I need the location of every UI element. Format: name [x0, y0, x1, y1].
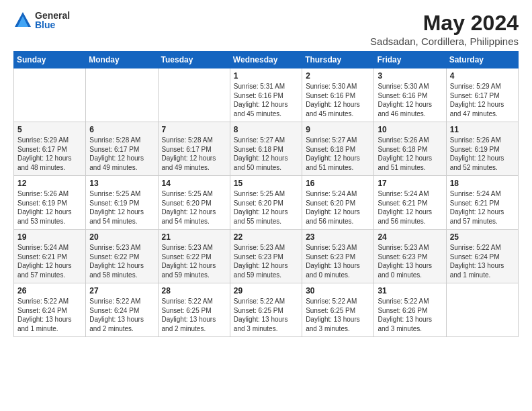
day-number: 10 — [378, 125, 443, 134]
header-day: Friday — [374, 52, 446, 68]
subtitle: Sadsadan, Cordillera, Philippines — [370, 36, 519, 47]
day-number: 3 — [378, 71, 443, 81]
header: General Blue May 2024 Sadsadan, Cordille… — [13, 11, 519, 47]
calendar-cell: 6Sunrise: 5:28 AM Sunset: 6:17 PM Daylig… — [86, 122, 158, 176]
title-block: May 2024 Sadsadan, Cordillera, Philippin… — [370, 11, 519, 47]
day-number: 24 — [378, 232, 443, 242]
cell-content: Sunrise: 5:28 AM Sunset: 6:17 PM Dayligh… — [89, 136, 154, 172]
header-row: SundayMondayTuesdayWednesdayThursdayFrid… — [14, 52, 519, 68]
cell-content: Sunrise: 5:23 AM Sunset: 6:22 PM Dayligh… — [162, 243, 227, 279]
cell-content: Sunrise: 5:22 AM Sunset: 6:25 PM Dayligh… — [234, 297, 299, 333]
calendar-cell: 19Sunrise: 5:24 AM Sunset: 6:21 PM Dayli… — [14, 230, 86, 283]
calendar-cell: 13Sunrise: 5:25 AM Sunset: 6:19 PM Dayli… — [86, 176, 158, 230]
cell-content: Sunrise: 5:24 AM Sunset: 6:21 PM Dayligh… — [450, 189, 515, 226]
day-number: 27 — [89, 286, 154, 295]
calendar-cell: 18Sunrise: 5:24 AM Sunset: 6:21 PM Dayli… — [446, 176, 518, 230]
day-number: 9 — [306, 125, 371, 134]
day-number: 30 — [306, 286, 371, 295]
cell-content: Sunrise: 5:25 AM Sunset: 6:20 PM Dayligh… — [162, 189, 227, 226]
calendar-cell — [86, 68, 158, 122]
calendar-cell: 17Sunrise: 5:24 AM Sunset: 6:21 PM Dayli… — [374, 176, 446, 230]
main-title: May 2024 — [370, 11, 519, 36]
day-number: 18 — [450, 179, 515, 188]
header-day: Tuesday — [158, 52, 230, 68]
calendar-table: SundayMondayTuesdayWednesdayThursdayFrid… — [13, 51, 519, 337]
cell-content: Sunrise: 5:23 AM Sunset: 6:23 PM Dayligh… — [378, 243, 443, 279]
cell-content: Sunrise: 5:26 AM Sunset: 6:18 PM Dayligh… — [378, 136, 443, 172]
cell-content: Sunrise: 5:29 AM Sunset: 6:17 PM Dayligh… — [17, 136, 83, 172]
day-number: 5 — [17, 125, 83, 134]
cell-content: Sunrise: 5:27 AM Sunset: 6:18 PM Dayligh… — [234, 136, 299, 172]
day-number: 20 — [89, 232, 154, 242]
cell-content: Sunrise: 5:30 AM Sunset: 6:16 PM Dayligh… — [306, 82, 371, 118]
calendar-cell: 30Sunrise: 5:22 AM Sunset: 6:25 PM Dayli… — [302, 283, 374, 337]
calendar-cell: 11Sunrise: 5:26 AM Sunset: 6:19 PM Dayli… — [446, 122, 518, 176]
calendar-cell: 26Sunrise: 5:22 AM Sunset: 6:24 PM Dayli… — [14, 283, 86, 337]
header-day: Thursday — [302, 52, 374, 68]
cell-content: Sunrise: 5:22 AM Sunset: 6:25 PM Dayligh… — [306, 297, 371, 333]
cell-content: Sunrise: 5:29 AM Sunset: 6:17 PM Dayligh… — [450, 82, 515, 118]
day-number: 6 — [89, 125, 154, 134]
calendar-cell: 16Sunrise: 5:24 AM Sunset: 6:20 PM Dayli… — [302, 176, 374, 230]
day-number: 28 — [162, 286, 227, 295]
calendar-cell — [14, 68, 86, 122]
day-number: 14 — [162, 179, 227, 188]
cell-content: Sunrise: 5:27 AM Sunset: 6:18 PM Dayligh… — [306, 136, 371, 172]
week-row: 19Sunrise: 5:24 AM Sunset: 6:21 PM Dayli… — [14, 230, 519, 283]
cell-content: Sunrise: 5:23 AM Sunset: 6:23 PM Dayligh… — [306, 243, 371, 279]
day-number: 26 — [17, 286, 83, 295]
calendar-cell: 22Sunrise: 5:23 AM Sunset: 6:23 PM Dayli… — [230, 230, 302, 283]
calendar-cell: 29Sunrise: 5:22 AM Sunset: 6:25 PM Dayli… — [230, 283, 302, 337]
cell-content: Sunrise: 5:24 AM Sunset: 6:21 PM Dayligh… — [378, 189, 443, 226]
calendar-cell: 20Sunrise: 5:23 AM Sunset: 6:22 PM Dayli… — [86, 230, 158, 283]
day-number: 16 — [306, 179, 371, 188]
week-row: 5Sunrise: 5:29 AM Sunset: 6:17 PM Daylig… — [14, 122, 519, 176]
week-row: 26Sunrise: 5:22 AM Sunset: 6:24 PM Dayli… — [14, 283, 519, 337]
day-number: 31 — [378, 286, 443, 295]
calendar-cell: 4Sunrise: 5:29 AM Sunset: 6:17 PM Daylig… — [446, 68, 518, 122]
day-number: 17 — [378, 179, 443, 188]
cell-content: Sunrise: 5:23 AM Sunset: 6:23 PM Dayligh… — [234, 243, 299, 279]
cell-content: Sunrise: 5:24 AM Sunset: 6:21 PM Dayligh… — [17, 243, 83, 279]
day-number: 12 — [17, 179, 83, 188]
day-number: 4 — [450, 71, 515, 81]
logo-blue: Blue — [35, 20, 70, 30]
day-number: 25 — [450, 232, 515, 242]
calendar-cell: 8Sunrise: 5:27 AM Sunset: 6:18 PM Daylig… — [230, 122, 302, 176]
cell-content: Sunrise: 5:22 AM Sunset: 6:25 PM Dayligh… — [162, 297, 227, 333]
logo: General Blue — [13, 11, 70, 30]
calendar-cell: 12Sunrise: 5:26 AM Sunset: 6:19 PM Dayli… — [14, 176, 86, 230]
calendar-cell: 31Sunrise: 5:22 AM Sunset: 6:26 PM Dayli… — [374, 283, 446, 337]
day-number: 2 — [306, 71, 371, 81]
calendar-cell: 24Sunrise: 5:23 AM Sunset: 6:23 PM Dayli… — [374, 230, 446, 283]
calendar-cell: 21Sunrise: 5:23 AM Sunset: 6:22 PM Dayli… — [158, 230, 230, 283]
calendar-cell — [158, 68, 230, 122]
cell-content: Sunrise: 5:26 AM Sunset: 6:19 PM Dayligh… — [17, 189, 83, 226]
cell-content: Sunrise: 5:22 AM Sunset: 6:24 PM Dayligh… — [89, 297, 154, 333]
cell-content: Sunrise: 5:23 AM Sunset: 6:22 PM Dayligh… — [89, 243, 154, 279]
cell-content: Sunrise: 5:25 AM Sunset: 6:20 PM Dayligh… — [234, 189, 299, 226]
day-number: 11 — [450, 125, 515, 134]
header-day: Sunday — [14, 52, 86, 68]
calendar-cell — [446, 283, 518, 337]
calendar-cell: 9Sunrise: 5:27 AM Sunset: 6:18 PM Daylig… — [302, 122, 374, 176]
calendar-cell: 2Sunrise: 5:30 AM Sunset: 6:16 PM Daylig… — [302, 68, 374, 122]
calendar-cell: 7Sunrise: 5:28 AM Sunset: 6:17 PM Daylig… — [158, 122, 230, 176]
day-number: 22 — [234, 232, 299, 242]
day-number: 15 — [234, 179, 299, 188]
calendar-cell: 28Sunrise: 5:22 AM Sunset: 6:25 PM Dayli… — [158, 283, 230, 337]
day-number: 29 — [234, 286, 299, 295]
calendar-cell: 5Sunrise: 5:29 AM Sunset: 6:17 PM Daylig… — [14, 122, 86, 176]
cell-content: Sunrise: 5:31 AM Sunset: 6:16 PM Dayligh… — [234, 82, 299, 118]
logo-icon — [13, 11, 32, 30]
calendar-cell: 23Sunrise: 5:23 AM Sunset: 6:23 PM Dayli… — [302, 230, 374, 283]
cell-content: Sunrise: 5:30 AM Sunset: 6:16 PM Dayligh… — [378, 82, 443, 118]
week-row: 12Sunrise: 5:26 AM Sunset: 6:19 PM Dayli… — [14, 176, 519, 230]
header-day: Wednesday — [230, 52, 302, 68]
day-number: 21 — [162, 232, 227, 242]
calendar-cell: 25Sunrise: 5:22 AM Sunset: 6:24 PM Dayli… — [446, 230, 518, 283]
cell-content: Sunrise: 5:22 AM Sunset: 6:26 PM Dayligh… — [378, 297, 443, 333]
logo-text: General Blue — [35, 11, 70, 30]
day-number: 13 — [89, 179, 154, 188]
calendar-cell: 10Sunrise: 5:26 AM Sunset: 6:18 PM Dayli… — [374, 122, 446, 176]
